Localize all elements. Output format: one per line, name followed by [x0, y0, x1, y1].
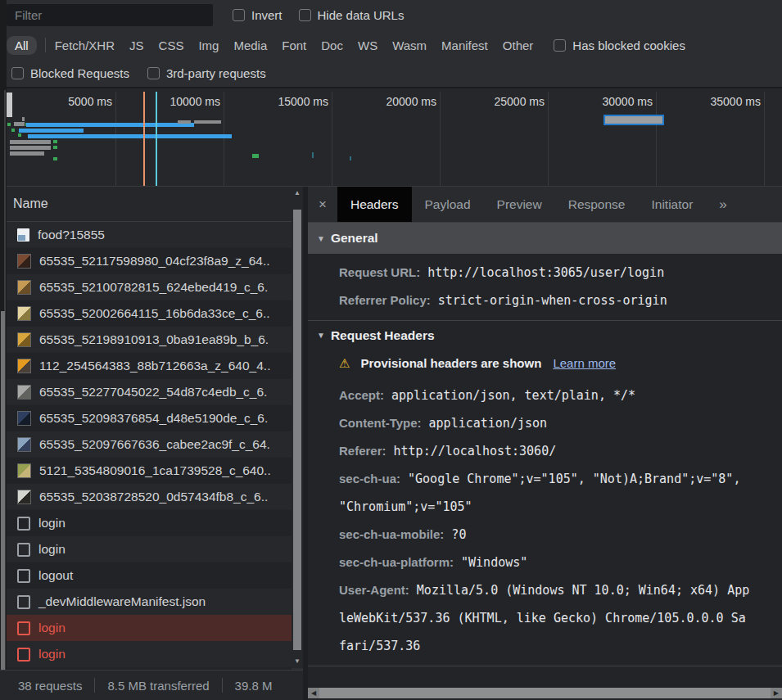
- network-overview-timeline[interactable]: 5000 ms10000 ms15000 ms20000 ms25000 ms3…: [7, 88, 782, 187]
- invert-label: Invert: [251, 8, 283, 22]
- request-name: 65535_52038728520_0d57434fb8_c_6..: [39, 490, 268, 504]
- scrollbar-thumb[interactable]: [293, 210, 301, 650]
- request-row[interactable]: 112_254564383_88b712663a_z_640_4..: [7, 353, 292, 379]
- filter-type-css[interactable]: CSS: [159, 38, 184, 52]
- waterfall-bar: [194, 120, 221, 124]
- thumbnail-pixels: [18, 359, 30, 373]
- header-label: sec-ch-ua-platform:: [339, 555, 454, 569]
- has-blocked-cookies-checkbox[interactable]: [554, 39, 566, 52]
- third-party-label: 3rd-party requests: [166, 66, 266, 80]
- name-column-header[interactable]: Name: [7, 187, 292, 222]
- request-row[interactable]: _devMiddlewareManifest.json: [7, 589, 292, 615]
- request-row[interactable]: 5121_5354809016_1ca1739528_c_640..: [7, 458, 292, 484]
- image-thumbnail-icon: [17, 306, 31, 321]
- timeline-tick-label: 20000 ms: [355, 95, 436, 108]
- filter-type-img[interactable]: Img: [198, 38, 219, 52]
- request-headers-section-header[interactable]: ▼ Request Headers: [308, 321, 782, 350]
- header-value: "Windows": [461, 555, 527, 570]
- invert-checkbox[interactable]: [233, 9, 245, 21]
- tab-initiator[interactable]: Initiator: [638, 187, 706, 222]
- scroll-down-icon[interactable]: ▼: [292, 657, 303, 666]
- third-party-checkbox-group[interactable]: 3rd-party requests: [147, 66, 266, 80]
- tab-preview[interactable]: Preview: [484, 187, 555, 222]
- section-divider: [308, 666, 782, 666]
- header-entry: Accept:application/json, text/plain, */*: [339, 382, 753, 409]
- separator: [222, 678, 223, 693]
- thumbnail-pixels: [18, 281, 30, 294]
- thumbnail-pixels: [18, 412, 30, 425]
- request-row[interactable]: 65535_52097667636_cabee2ac9f_c_64.: [7, 431, 292, 458]
- blocked-requests-checkbox-group[interactable]: Blocked Requests: [11, 66, 129, 80]
- tab-response[interactable]: Response: [555, 187, 639, 222]
- request-row[interactable]: 65535_52198910913_0ba91ea89b_b_6.: [7, 327, 292, 353]
- request-row[interactable]: 65535_52117598980_04cf23f8a9_z_64..: [7, 248, 292, 274]
- filter-type-manifest[interactable]: Manifest: [441, 38, 488, 52]
- filter-type-wasm[interactable]: Wasm: [392, 38, 427, 52]
- document-icon: [17, 517, 30, 531]
- request-name: 65535_52002664115_16b6da33ce_c_6..: [39, 306, 270, 321]
- filter-type-doc[interactable]: Doc: [321, 38, 343, 52]
- header-value: ?0: [451, 527, 466, 542]
- scroll-up-icon[interactable]: ▲: [292, 188, 303, 198]
- filter-type-js[interactable]: JS: [129, 38, 144, 52]
- timeline-tick-label: 10000 ms: [138, 95, 220, 108]
- tab-headers[interactable]: Headers: [337, 187, 412, 222]
- request-row[interactable]: 65535_52277045022_54d87c4edb_c_6.: [7, 379, 292, 405]
- details-tab-bar: × HeadersPayloadPreviewResponseInitiator…: [308, 187, 782, 223]
- filter-type-ws[interactable]: WS: [358, 38, 377, 52]
- details-horizontal-scrollbar[interactable]: ◀ ▶: [308, 686, 782, 700]
- waterfall-selection[interactable]: [603, 115, 664, 125]
- invert-checkbox-group[interactable]: Invert: [233, 8, 283, 22]
- hide-data-urls-checkbox[interactable]: [299, 9, 311, 21]
- filter-type-media[interactable]: Media: [233, 38, 267, 52]
- header-label: Accept:: [339, 388, 384, 402]
- thumbnail-pixels: [18, 490, 30, 504]
- scroll-left-icon[interactable]: ◀: [311, 689, 316, 698]
- request-row[interactable]: 65535_52002664115_16b6da33ce_c_6..: [7, 300, 292, 327]
- blocked-requests-checkbox[interactable]: [11, 67, 24, 79]
- request-row[interactable]: login: [7, 615, 292, 641]
- request-row[interactable]: 65535_52038728520_0d57434fb8_c_6..: [7, 484, 292, 510]
- timeline-tick-label: 15000 ms: [246, 95, 328, 108]
- learn-more-link[interactable]: Learn more: [553, 356, 616, 370]
- waterfall-bar: [28, 134, 232, 138]
- image-thumbnail-icon: [17, 411, 31, 426]
- request-row[interactable]: login: [7, 641, 292, 667]
- request-row[interactable]: 65535_52100782815_624ebed419_c_6.: [7, 274, 292, 300]
- request-row[interactable]: food?15855: [7, 222, 292, 248]
- request-list-scrollbar[interactable]: ▲ ▼: [292, 187, 303, 668]
- filter-type-fetch-xhr[interactable]: Fetch/XHR: [55, 38, 115, 52]
- thumbnail-pixels: [18, 307, 30, 320]
- general-section-header[interactable]: ▼ General: [308, 223, 782, 254]
- scroll-right-icon[interactable]: ▶: [774, 689, 779, 698]
- filter-type-all[interactable]: All: [7, 36, 37, 55]
- header-label: Referer:: [339, 444, 386, 458]
- waterfall-bar: [53, 140, 57, 143]
- third-party-checkbox[interactable]: [147, 67, 160, 79]
- request-row[interactable]: logout: [7, 562, 292, 589]
- filter-input[interactable]: [7, 4, 213, 26]
- image-thumbnail-icon: [17, 359, 31, 373]
- header-entry: Content-Type:application/json: [339, 409, 753, 437]
- header-label: Request URL:: [339, 265, 420, 279]
- header-value: http://localhost:3065/user/login: [427, 265, 664, 280]
- scrollbar-thumb[interactable]: [319, 688, 771, 698]
- header-label: User-Agent:: [339, 583, 409, 597]
- warning-text: Provisional headers are shown: [360, 356, 541, 370]
- filter-type-other[interactable]: Other: [503, 38, 534, 52]
- request-row[interactable]: login: [7, 536, 292, 562]
- has-blocked-cookies-checkbox-group[interactable]: Has blocked cookies: [554, 38, 685, 52]
- overflow-tabs-icon[interactable]: »: [711, 187, 735, 222]
- tab-payload[interactable]: Payload: [412, 187, 484, 222]
- provisional-headers-warning: ⚠ Provisional headers are shown Learn mo…: [308, 350, 782, 377]
- header-value: application/json, text/plain, */*: [391, 388, 635, 403]
- page-scrollbar-thumb[interactable]: [1, 311, 5, 671]
- request-row[interactable]: login: [7, 510, 292, 536]
- request-name: logout: [38, 568, 73, 583]
- hide-data-urls-checkbox-group[interactable]: Hide data URLs: [299, 8, 405, 22]
- request-name: 112_254564383_88b712663a_z_640_4..: [39, 359, 270, 373]
- request-row[interactable]: 65535_52098376854_d48e5190de_c_6.: [7, 405, 292, 431]
- request-name: _devMiddlewareManifest.json: [38, 594, 206, 609]
- close-icon[interactable]: ×: [308, 187, 337, 222]
- filter-type-font[interactable]: Font: [282, 38, 306, 52]
